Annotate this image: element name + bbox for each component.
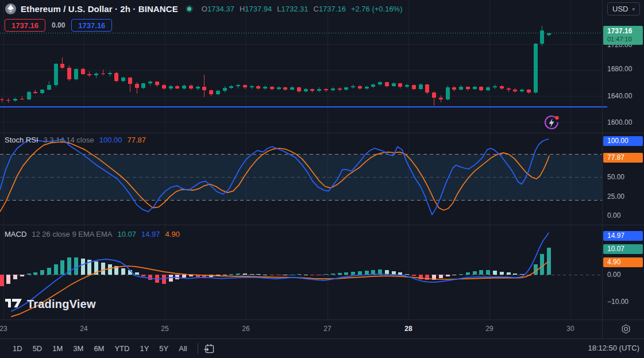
tradingview-chart-app: Ethereum / U.S. Dollar · 2h · BINANCE O1… <box>0 0 644 358</box>
trade-buttons: 1737.16 0.00 1737.16 <box>5 19 112 32</box>
time-axis-label: 25 <box>161 325 168 333</box>
macd-hist-value: 10.07 <box>117 230 136 238</box>
change-value: +2.76 (+0.16%) <box>351 5 403 13</box>
spread-value: 0.00 <box>52 21 65 29</box>
macd-title[interactable]: MACD <box>5 230 26 238</box>
range-button-1m[interactable]: 1M <box>47 342 68 355</box>
buy-price-button[interactable]: 1737.16 <box>71 19 112 32</box>
price-axis-label: 1600.00 <box>607 118 632 126</box>
stoch-k-badge: 100.00 <box>603 136 643 146</box>
macd-header: MACD 12 26 close 9 EMA EMA 10.07 14.97 4… <box>5 230 180 238</box>
sell-price-button[interactable]: 1737.16 <box>5 19 45 32</box>
time-axis-label: 28 <box>404 325 412 333</box>
currency-label: USD <box>612 5 628 13</box>
macd-signal-badge: 4.90 <box>603 257 643 267</box>
tradingview-watermark: TradingView <box>5 297 96 311</box>
low-value: L1732.31 <box>277 5 308 13</box>
price-axis-label: 1640.00 <box>607 92 632 100</box>
stoch-axis-label: 25.00 <box>607 193 624 201</box>
clock-utc[interactable]: 18:12:50 (UTC) <box>588 344 639 352</box>
time-axis-label: 26 <box>242 325 249 333</box>
macd-line-value: 14.97 <box>141 230 160 238</box>
time-axis-label: 29 <box>485 325 493 333</box>
range-button-1y[interactable]: 1Y <box>134 342 154 355</box>
close-value: C1737.16 <box>314 5 346 13</box>
stoch-rsi-title[interactable]: Stoch RSI <box>5 136 38 144</box>
macd-axis-label: −10.00 <box>607 298 628 306</box>
last-price-value: 1737.16 <box>607 27 643 36</box>
stoch-k-value: 100.00 <box>99 136 122 144</box>
macd-params: 12 26 close 9 EMA EMA <box>32 230 112 238</box>
ohlc-values: O1734.37 H1737.94 L1732.31 C1737.16 +2.7… <box>202 5 403 13</box>
price-scale[interactable]: 1720.001680.001640.001600.0050.0025.000.… <box>603 0 644 338</box>
stoch-axis-label: 0.00 <box>607 211 620 220</box>
macd-signal-value: 4.90 <box>165 230 180 238</box>
high-value: H1737.94 <box>240 5 272 13</box>
tradingview-logo-icon <box>5 297 22 311</box>
go-to-date-icon[interactable] <box>203 343 215 355</box>
open-value: O1734.37 <box>202 5 234 13</box>
range-button-5y[interactable]: 5Y <box>154 342 173 355</box>
time-axis-label: 30 <box>566 325 574 333</box>
gear-icon[interactable] <box>620 324 631 337</box>
stoch-d-badge: 77.87 <box>603 153 643 163</box>
currency-selector[interactable]: USD ▾ <box>607 2 640 16</box>
toolbar-divider <box>198 343 198 354</box>
tradingview-logo-text: TradingView <box>27 298 96 311</box>
range-button-5d[interactable]: 5D <box>28 342 48 355</box>
time-scale[interactable]: 2324252627282930 <box>0 319 644 338</box>
macd-hist-badge: 10.07 <box>603 244 643 254</box>
bottom-toolbar: 1D5D1M3M6MYTD1Y5YAll 18:12:50 (UTC) <box>0 338 644 358</box>
stoch-rsi-params: 3 3 14 14 close <box>44 136 94 144</box>
symbol-header: Ethereum / U.S. Dollar · 2h · BINANCE O1… <box>0 0 403 17</box>
market-status-icon[interactable] <box>186 5 193 13</box>
macd-line-badge: 14.97 <box>603 231 643 241</box>
price-axis-label: 1680.00 <box>607 65 632 73</box>
range-button-1d[interactable]: 1D <box>7 342 28 355</box>
range-button-6m[interactable]: 6M <box>88 342 109 355</box>
time-axis-label: 27 <box>323 325 331 333</box>
chevron-down-icon: ▾ <box>632 6 635 12</box>
ethereum-logo-icon <box>5 3 16 14</box>
stoch-d-value: 77.87 <box>127 136 146 144</box>
stoch-axis-label: 50.00 <box>607 173 624 181</box>
chart-canvas[interactable] <box>0 0 644 358</box>
stoch-rsi-header: Stoch RSI 3 3 14 14 close 100.00 77.87 <box>5 136 146 144</box>
range-button-3m[interactable]: 3M <box>68 342 88 355</box>
flash-alert-icon[interactable] <box>543 113 561 132</box>
macd-axis-label: 0.00 <box>607 271 620 279</box>
bar-countdown: 01:47:10 <box>607 36 643 43</box>
symbol-title[interactable]: Ethereum / U.S. Dollar · 2h · BINANCE <box>21 4 178 14</box>
range-button-ytd[interactable]: YTD <box>109 342 134 355</box>
range-button-all[interactable]: All <box>173 342 192 355</box>
last-price-badge: 1737.16 01:47:10 <box>603 26 643 45</box>
time-axis-label: 23 <box>0 325 7 333</box>
time-axis-label: 24 <box>80 325 87 333</box>
date-range-buttons: 1D5D1M3M6MYTD1Y5YAll <box>7 342 192 355</box>
